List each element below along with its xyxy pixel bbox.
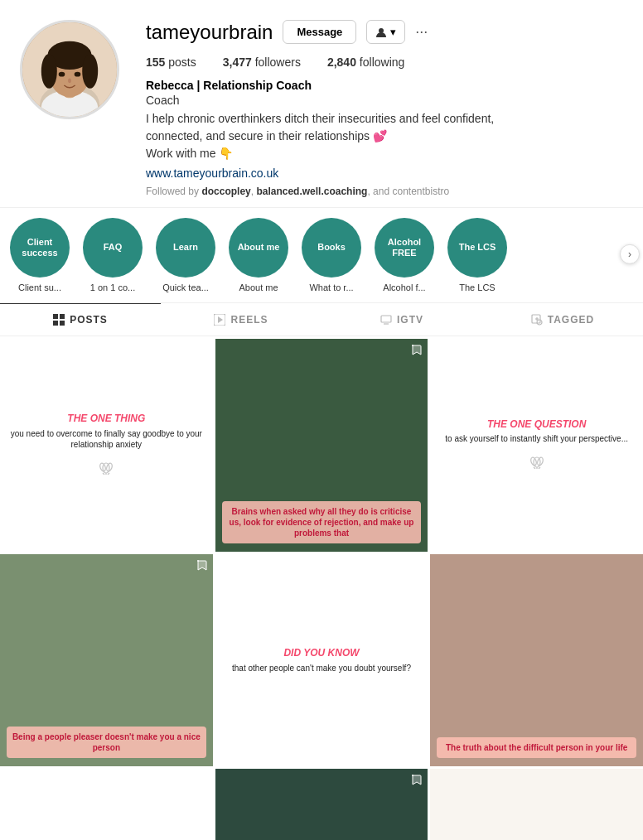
- bio-link[interactable]: www.tameyourbrain.co.uk: [146, 167, 278, 180]
- bio-role: Coach: [146, 94, 623, 107]
- grid-post-post-9[interactable]: When you have negative thoughts and beli…: [430, 769, 643, 840]
- highlight-circle-faq: FAQ: [83, 218, 143, 278]
- post-photo-bg-post-4: [0, 554, 213, 693]
- message-button[interactable]: Message: [283, 20, 356, 44]
- highlight-circle-about-me: About me: [229, 218, 288, 278]
- post-lotus-icon-post-1: [97, 456, 115, 477]
- follow-chevron: ▾: [390, 26, 396, 38]
- highlight-client-success[interactable]: Client successClient su...: [10, 218, 70, 292]
- svg-point-21: [537, 320, 542, 325]
- tab-icon-posts: [53, 314, 65, 326]
- grid-post-post-3[interactable]: THE ONE QUESTIONto ask yourself to insta…: [430, 339, 643, 552]
- following-stat[interactable]: 2,840 following: [327, 56, 404, 69]
- highlight-the-lcs[interactable]: The LCSThe LCS: [447, 218, 507, 292]
- highlight-circle-client-success: Client success: [10, 218, 70, 278]
- highlight-circle-books: Books: [302, 218, 361, 278]
- grid-post-inner-post-9: When you have negative thoughts and beli…: [430, 769, 643, 840]
- tab-label-tagged: TAGGED: [548, 314, 594, 326]
- followed-account-1[interactable]: doccopley: [201, 186, 250, 197]
- stats-row: 155 posts 3,477 followers 2,840 followin…: [146, 56, 623, 69]
- post-lotus-icon-post-3: [528, 451, 546, 471]
- grid-post-inner-post-4: Being a people pleaser doesn't make you …: [0, 554, 213, 767]
- post-overlay-text-post-6: The truth about the difficult person in …: [437, 737, 636, 758]
- tab-igtv[interactable]: IGTV: [322, 303, 482, 336]
- highlight-faq[interactable]: FAQ1 on 1 co...: [83, 218, 143, 292]
- tab-icon-tagged: [531, 314, 543, 326]
- svg-point-9: [75, 72, 81, 77]
- followed-by: Followed by doccopley, balanced.well.coa…: [146, 186, 623, 197]
- bio-text: I help chronic overthinkers ditch their …: [146, 110, 623, 162]
- highlight-label-books: What to r...: [309, 282, 353, 292]
- post-black-text-post-1: you need to overcome to finally say good…: [7, 428, 206, 450]
- grid-post-post-8[interactable]: The two lies we're believing when we're …: [215, 769, 428, 840]
- svg-rect-15: [60, 321, 65, 326]
- highlight-circle-learn: Learn: [156, 218, 215, 278]
- profile-info: tameyourbrain Message ▾ ··· 155 posts 3,…: [146, 20, 623, 197]
- svg-rect-13: [60, 314, 65, 319]
- grid-post-post-5[interactable]: DID YOU KNOWthat other people can't make…: [215, 554, 428, 767]
- svg-marker-17: [218, 316, 223, 323]
- posts-stat: 155 posts: [146, 56, 196, 69]
- post-black-text-post-5: that other people can't make you doubt y…: [232, 663, 411, 673]
- highlight-books[interactable]: BooksWhat to r...: [302, 218, 361, 292]
- tabs-section: POSTSREELSIGTVTAGGED: [0, 302, 643, 336]
- highlight-circle-the-lcs: The LCS: [447, 218, 507, 278]
- svg-line-28: [103, 473, 104, 475]
- avatar-wrap: [20, 20, 119, 119]
- svg-point-7: [82, 54, 98, 89]
- highlight-learn[interactable]: LearnQuick tea...: [156, 218, 215, 292]
- grid-post-inner-post-8: The two lies we're believing when we're …: [215, 769, 428, 840]
- highlight-label-about-me: About me: [239, 282, 278, 292]
- post-photo-bg-post-2: [215, 339, 428, 477]
- post-pink-text-post-3: THE ONE QUESTION: [487, 418, 586, 430]
- avatar: [20, 20, 119, 119]
- grid-post-post-2[interactable]: Brains when asked why all they do is cri…: [215, 339, 428, 552]
- highlight-label-learn: Quick tea...: [162, 282, 209, 292]
- svg-point-10: [68, 78, 71, 83]
- highlights-chevron[interactable]: ›: [620, 244, 640, 264]
- post-save-icon-post-8: [409, 774, 423, 789]
- svg-line-34: [534, 467, 535, 469]
- followers-stat[interactable]: 3,477 followers: [223, 56, 301, 69]
- svg-line-29: [108, 473, 109, 475]
- svg-point-8: [59, 72, 65, 77]
- grid-post-inner-post-6: The truth about the difficult person in …: [430, 554, 643, 767]
- post-black-text-post-3: to ask yourself to instantly shift your …: [445, 433, 628, 444]
- followed-account-2[interactable]: balanced.well.coaching: [256, 186, 367, 197]
- svg-rect-18: [381, 316, 391, 322]
- profile-section: tameyourbrain Message ▾ ··· 155 posts 3,…: [0, 0, 643, 207]
- post-pink-text-post-5: DID YOU KNOW: [283, 647, 359, 659]
- post-save-icon-post-4: [195, 559, 208, 575]
- post-overlay-text-post-2: Brains when asked why all they do is cri…: [222, 501, 422, 543]
- grid-post-inner-post-1: THE ONE THINGyou need to overcome to fin…: [0, 339, 213, 552]
- follow-button[interactable]: ▾: [366, 20, 405, 44]
- highlight-about-me[interactable]: About meAbout me: [229, 218, 288, 292]
- more-button[interactable]: ···: [415, 23, 428, 41]
- svg-rect-12: [53, 314, 58, 319]
- grid-post-post-7[interactable]: 3 QUICK STEPSfor when you're worrying ab…: [0, 769, 213, 840]
- svg-line-35: [539, 467, 540, 469]
- highlights-section: Client successClient su...FAQ1 on 1 co..…: [0, 207, 643, 292]
- tab-label-igtv: IGTV: [397, 314, 423, 326]
- grid-post-post-6[interactable]: The truth about the difficult person in …: [430, 554, 643, 767]
- grid-post-inner-post-5: DID YOU KNOWthat other people can't make…: [215, 554, 428, 767]
- highlight-alcohol-free[interactable]: Alcohol FREEAlcohol f...: [375, 218, 434, 292]
- profile-top: tameyourbrain Message ▾ ···: [146, 20, 623, 44]
- highlight-label-faq: 1 on 1 co...: [90, 282, 135, 292]
- highlight-label-client-success: Client su...: [18, 282, 61, 292]
- tab-icon-reels: [214, 314, 225, 326]
- highlight-label-alcohol-free: Alcohol f...: [383, 282, 425, 292]
- highlight-label-the-lcs: The LCS: [459, 282, 495, 292]
- post-overlay-text-post-4: Being a people pleaser doesn't make you …: [7, 727, 206, 758]
- tab-tagged[interactable]: TAGGED: [482, 303, 643, 336]
- highlight-circle-alcohol-free: Alcohol FREE: [375, 218, 434, 278]
- tab-label-reels: REELS: [230, 314, 268, 326]
- grid-post-post-1[interactable]: THE ONE THINGyou need to overcome to fin…: [0, 339, 213, 552]
- tab-reels[interactable]: REELS: [161, 303, 322, 336]
- person-icon: [375, 27, 387, 38]
- grid-post-post-4[interactable]: Being a people pleaser doesn't make you …: [0, 554, 213, 767]
- username: tameyourbrain: [146, 21, 273, 44]
- svg-point-6: [41, 54, 57, 89]
- tab-posts[interactable]: POSTS: [0, 303, 161, 336]
- grid-post-inner-post-2: Brains when asked why all they do is cri…: [215, 339, 428, 552]
